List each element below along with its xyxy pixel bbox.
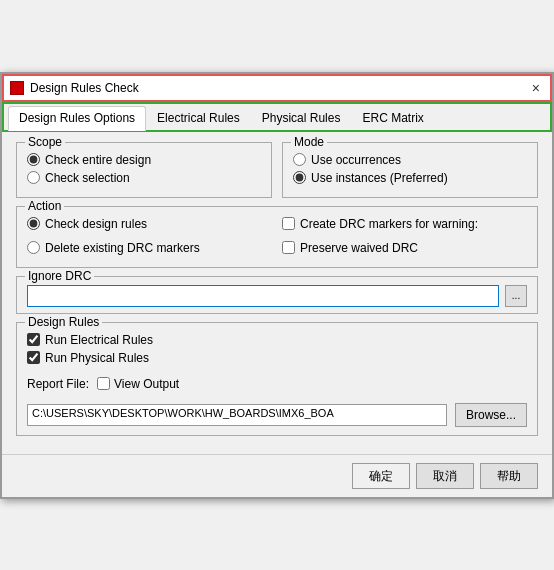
action-create-drc-row: Create DRC markers for warning: bbox=[282, 217, 527, 231]
design-rules-group: Design Rules Run Electrical Rules Run Ph… bbox=[16, 322, 538, 436]
action-delete-drc-radio[interactable] bbox=[27, 241, 40, 254]
action-check-design-row: Check design rules bbox=[27, 217, 272, 231]
tab-bar: Design Rules Options Electrical Rules Ph… bbox=[2, 102, 552, 132]
mode-title: Mode bbox=[291, 135, 327, 149]
run-electrical-label: Run Electrical Rules bbox=[45, 333, 153, 347]
tab-content: Scope Check entire design Check selectio… bbox=[2, 132, 552, 454]
ignore-drc-ellipsis-button[interactable]: ... bbox=[505, 285, 527, 307]
mode-group: Mode Use occurrences Use instances (Pref… bbox=[282, 142, 538, 198]
action-grid: Check design rules Create DRC markers fo… bbox=[27, 213, 527, 259]
file-path-row: C:\USERS\SKY\DESKTOP\WORK\HW_BOARDS\IMX6… bbox=[27, 403, 527, 427]
ignore-drc-input[interactable] bbox=[27, 285, 499, 307]
help-button[interactable]: 帮助 bbox=[480, 463, 538, 489]
view-output-checkbox[interactable] bbox=[97, 377, 110, 390]
action-check-design-label: Check design rules bbox=[45, 217, 147, 231]
report-file-label: Report File: bbox=[27, 377, 89, 391]
title-bar: Design Rules Check × bbox=[2, 74, 552, 102]
scope-entire-design-label: Check entire design bbox=[45, 153, 151, 167]
run-physical-label: Run Physical Rules bbox=[45, 351, 149, 365]
scope-selection-row: Check selection bbox=[27, 171, 261, 185]
mode-instances-radio[interactable] bbox=[293, 171, 306, 184]
action-delete-drc-label: Delete existing DRC markers bbox=[45, 241, 200, 255]
scope-selection-label: Check selection bbox=[45, 171, 130, 185]
ignore-drc-group: Ignore DRC ... bbox=[16, 276, 538, 314]
mode-instances-row: Use instances (Preferred) bbox=[293, 171, 527, 185]
window-title: Design Rules Check bbox=[30, 81, 139, 95]
scope-mode-row: Scope Check entire design Check selectio… bbox=[16, 142, 538, 206]
mode-occurrences-radio[interactable] bbox=[293, 153, 306, 166]
scope-entire-design-radio[interactable] bbox=[27, 153, 40, 166]
cancel-button[interactable]: 取消 bbox=[416, 463, 474, 489]
report-row: Report File: View Output bbox=[27, 373, 527, 395]
mode-occurrences-row: Use occurrences bbox=[293, 153, 527, 167]
tab-design-rules-options[interactable]: Design Rules Options bbox=[8, 106, 146, 131]
action-create-drc-checkbox[interactable] bbox=[282, 217, 295, 230]
bottom-bar: 确定 取消 帮助 bbox=[2, 454, 552, 497]
design-rules-title: Design Rules bbox=[25, 315, 102, 329]
action-preserve-waived-checkbox[interactable] bbox=[282, 241, 295, 254]
report-file-path: C:\USERS\SKY\DESKTOP\WORK\HW_BOARDS\IMX6… bbox=[27, 404, 447, 426]
tab-physical-rules[interactable]: Physical Rules bbox=[251, 106, 352, 130]
action-preserve-waived-row: Preserve waived DRC bbox=[282, 241, 527, 255]
main-window: Design Rules Check × Design Rules Option… bbox=[0, 72, 554, 499]
scope-entire-design-row: Check entire design bbox=[27, 153, 261, 167]
scope-title: Scope bbox=[25, 135, 65, 149]
action-preserve-waived-label: Preserve waived DRC bbox=[300, 241, 418, 255]
run-electrical-checkbox[interactable] bbox=[27, 333, 40, 346]
ignore-drc-inner: ... bbox=[27, 285, 527, 307]
action-group: Action Check design rules Create DRC mar… bbox=[16, 206, 538, 268]
action-check-design-radio[interactable] bbox=[27, 217, 40, 230]
action-delete-drc-row: Delete existing DRC markers bbox=[27, 241, 272, 255]
scope-selection-radio[interactable] bbox=[27, 171, 40, 184]
close-button[interactable]: × bbox=[528, 80, 544, 96]
run-physical-row: Run Physical Rules bbox=[27, 351, 527, 365]
action-title: Action bbox=[25, 199, 64, 213]
window-icon bbox=[10, 81, 24, 95]
tab-electrical-rules[interactable]: Electrical Rules bbox=[146, 106, 251, 130]
browse-button[interactable]: Browse... bbox=[455, 403, 527, 427]
title-bar-left: Design Rules Check bbox=[10, 81, 139, 95]
run-electrical-row: Run Electrical Rules bbox=[27, 333, 527, 347]
ignore-drc-label: Ignore DRC bbox=[25, 269, 94, 283]
action-create-drc-label: Create DRC markers for warning: bbox=[300, 217, 478, 231]
view-output-label: View Output bbox=[114, 377, 179, 391]
ok-button[interactable]: 确定 bbox=[352, 463, 410, 489]
tab-erc-matrix[interactable]: ERC Matrix bbox=[351, 106, 434, 130]
scope-group: Scope Check entire design Check selectio… bbox=[16, 142, 272, 198]
run-physical-checkbox[interactable] bbox=[27, 351, 40, 364]
mode-instances-label: Use instances (Preferred) bbox=[311, 171, 448, 185]
mode-occurrences-label: Use occurrences bbox=[311, 153, 401, 167]
